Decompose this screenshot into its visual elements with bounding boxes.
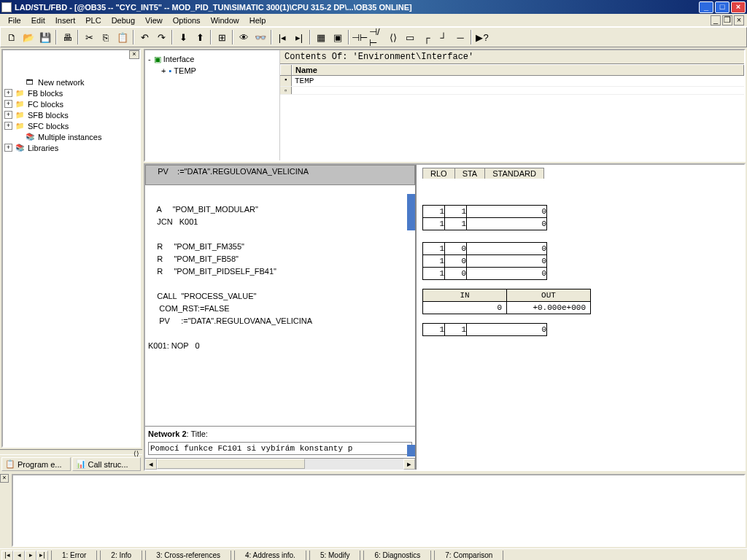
detail-icon[interactable]: ▣ — [330, 29, 346, 45]
interface-root[interactable]: - ▣ Interface — [148, 53, 276, 65]
scrollbar-thumb-bottom[interactable] — [407, 445, 415, 456]
code-pane: PV :="DATA".REGULOVANA_VELICINA A "POM_B… — [144, 163, 746, 471]
io-table: INOUT 0+0.000e+000 — [422, 289, 591, 314]
overview-icon[interactable]: ▦ — [313, 29, 329, 45]
scroll-left-icon[interactable]: ◂ — [145, 459, 157, 470]
copy-icon[interactable]: ⎘ — [98, 29, 114, 45]
tab-compare[interactable]: 7: Comparison — [434, 551, 503, 561]
menu-file[interactable]: File — [3, 15, 26, 26]
menu-options[interactable]: Options — [168, 15, 206, 26]
interface-temp[interactable]: + ▪ TEMP — [148, 65, 276, 77]
tab-diag[interactable]: 6: Diagnostics — [363, 551, 431, 561]
tab-call-structure[interactable]: 📊Call struc... — [72, 457, 142, 471]
tree-item[interactable]: +📁FC blocks — [4, 98, 138, 109]
messages-pane — [12, 474, 746, 547]
window-titlebar: LAD/STL/FBD - [@OB35 -- "CYC_INT5" -- MO… — [0, 0, 747, 14]
toolbar: 🗋 📂 💾 🖶 ✂ ⎘ 📋 ↶ ↷ ⬇ ⬆ ⊞ 👁 👓 |◂ ▸| ▦ ▣ ⊣⊢… — [0, 27, 747, 47]
goto-start-icon[interactable]: |◂ — [274, 29, 290, 45]
monitor-table-last: 110 — [422, 323, 547, 336]
help-icon[interactable]: ▶? — [474, 29, 490, 45]
menu-debug[interactable]: Debug — [107, 15, 140, 26]
menu-help[interactable]: Help — [244, 15, 271, 26]
maximize-button[interactable]: □ — [715, 1, 729, 13]
col-rlo[interactable]: RLO — [422, 168, 455, 179]
scrollbar-thumb[interactable] — [407, 194, 415, 230]
window-title: LAD/STL/FBD - [@OB35 -- "CYC_INT5" -- MO… — [15, 3, 699, 12]
print-icon[interactable]: 🖶 — [59, 29, 75, 45]
tree-item[interactable]: 🗔New network — [4, 77, 138, 88]
interface-header: Contents Of: 'Environment\Interface' — [280, 50, 744, 64]
tab-crossref[interactable]: 3: Cross-references — [145, 551, 231, 561]
col-standard[interactable]: STANDARD — [484, 168, 544, 179]
connect-icon[interactable]: ─ — [452, 29, 468, 45]
tree-item[interactable]: +📁SFB blocks — [4, 109, 138, 120]
interface-pane: - ▣ Interface + ▪ TEMP Contents Of: 'Env… — [144, 49, 746, 162]
open-icon[interactable]: 📂 — [20, 29, 36, 45]
stl-code[interactable]: A "POM_BIT_MODULAR" JCN K001 R "POM_BIT_… — [145, 185, 415, 426]
new-icon[interactable]: 🗋 — [4, 29, 20, 45]
cut-icon[interactable]: ✂ — [81, 29, 97, 45]
upload-icon[interactable]: ⬆ — [192, 29, 208, 45]
redo-icon[interactable]: ↷ — [153, 29, 169, 45]
menu-plc[interactable]: PLC — [80, 15, 106, 26]
mdi-minimize-button[interactable]: _ — [711, 15, 721, 26]
close-button[interactable]: × — [731, 1, 746, 13]
splitter[interactable]: ⟨⟩ — [0, 449, 142, 455]
overview-pane: × 🗔New network+📁FB blocks+📁FC blocks+📁SF… — [1, 49, 141, 448]
interface-row[interactable]: ▪ TEMP — [280, 76, 744, 87]
menu-bar: File Edit Insert PLC Debug View Options … — [0, 14, 747, 27]
menu-view[interactable]: View — [140, 15, 168, 26]
scroll-right-icon[interactable]: ▸ — [403, 459, 415, 470]
interface-row-empty[interactable]: ▫ — [280, 87, 744, 95]
network-label[interactable]: Network 2 — [148, 430, 187, 439]
lad-ncontact-icon[interactable]: ⊣/⊢ — [368, 29, 384, 45]
message-tabs: |◂ ◂ ▸ ▸| 1: Error 2: Info 3: Cross-refe… — [0, 548, 747, 560]
menu-edit[interactable]: Edit — [26, 15, 50, 26]
tree-item[interactable]: +📁FB blocks — [4, 88, 138, 98]
tab-program-elements[interactable]: 📋Program e... — [1, 457, 71, 471]
network-description[interactable]: Pomocí funkce FC101 si vybírám konstanty… — [148, 442, 412, 455]
monitor-icon[interactable]: 👁 — [236, 29, 252, 45]
tabnav-next-icon[interactable]: ▸ — [25, 551, 36, 561]
lad-box-icon[interactable]: ▭ — [402, 29, 418, 45]
network-icon[interactable]: ⊞ — [214, 29, 230, 45]
glasses-icon[interactable]: 👓 — [252, 29, 268, 45]
undo-icon[interactable]: ↶ — [136, 29, 152, 45]
monitor-table: 110110100100100 — [422, 205, 547, 280]
tree-item[interactable]: 📚Multiple instances — [4, 131, 138, 142]
tab-info[interactable]: 2: Info — [100, 551, 142, 561]
mdi-close-button[interactable]: × — [734, 15, 744, 26]
branch-open-icon[interactable]: ┌ — [419, 29, 435, 45]
tabnav-prev-icon[interactable]: ◂ — [13, 551, 25, 561]
messages-close-button[interactable]: × — [0, 474, 9, 483]
app-icon — [1, 2, 12, 12]
goto-end-icon[interactable]: ▸| — [291, 29, 307, 45]
menu-insert[interactable]: Insert — [50, 15, 81, 26]
lad-coil-icon[interactable]: ⟨⟩ — [385, 29, 401, 45]
branch-close-icon[interactable]: ┘ — [436, 29, 452, 45]
col-name[interactable]: Name — [292, 65, 744, 75]
tabnav-first-icon[interactable]: |◂ — [1, 551, 13, 561]
download-icon[interactable]: ⬇ — [175, 29, 191, 45]
code-header: PV :="DATA".REGULOVANA_VELICINA — [145, 165, 415, 185]
tabnav-last-icon[interactable]: ▸| — [36, 551, 48, 561]
save-icon[interactable]: 💾 — [37, 29, 53, 45]
overview-close-button[interactable]: × — [129, 50, 139, 59]
mdi-restore-button[interactable]: ❐ — [722, 15, 732, 26]
minimize-button[interactable]: _ — [699, 1, 713, 13]
tree-item[interactable]: +📚Libraries — [4, 142, 138, 153]
tab-modify[interactable]: 5: Modify — [309, 551, 361, 561]
tree-item[interactable]: +📁SFC blocks — [4, 120, 138, 131]
tab-address[interactable]: 4: Address info. — [234, 551, 306, 561]
tab-error[interactable]: 1: Error — [51, 551, 97, 561]
horizontal-scrollbar[interactable]: ◂ ▸ — [145, 458, 415, 470]
paste-icon[interactable]: 📋 — [115, 29, 131, 45]
col-sta[interactable]: STA — [454, 168, 486, 179]
menu-window[interactable]: Window — [206, 15, 244, 26]
lad-contact-icon[interactable]: ⊣⊢ — [352, 29, 368, 45]
